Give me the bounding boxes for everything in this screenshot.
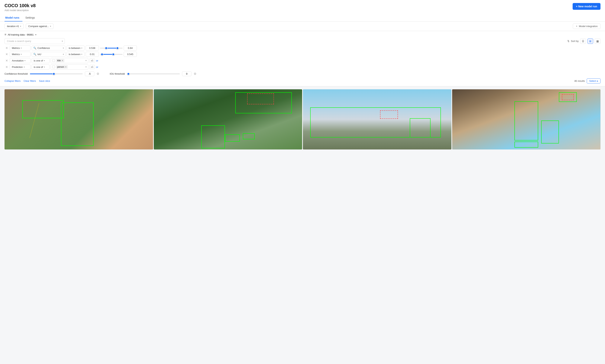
- compare-selector[interactable]: Compare against... ▾: [26, 24, 54, 29]
- filter-category-confidence[interactable]: Metrics ▾: [10, 46, 30, 51]
- search-wrap: ▾: [4, 38, 65, 44]
- image-placeholder-1: [4, 89, 153, 149]
- bbox-kite-1: [22, 100, 64, 118]
- iteration-selector[interactable]: iteration #1 ▾: [4, 24, 24, 29]
- filter-category-annotation[interactable]: Annotation ▾: [10, 58, 30, 63]
- or-link-annotation[interactable]: or: [96, 59, 98, 62]
- chevron-down-icon: ▾: [85, 66, 87, 68]
- image-grid: [0, 86, 605, 153]
- image-card-4[interactable]: [452, 89, 601, 149]
- bottom-filter-row: Collapse filters Clear filters Save slic…: [4, 77, 601, 84]
- view-grid-button[interactable]: ⊞: [588, 39, 593, 44]
- bbox-small2-2: [243, 133, 255, 139]
- page-subtitle: Add model description: [4, 9, 36, 12]
- threshold-row: Confidence threshold ⚙ IOU threshold ⚙: [4, 71, 601, 76]
- image-card-1[interactable]: [4, 89, 153, 149]
- chevron-down-icon: ▾: [50, 25, 51, 27]
- confidence-threshold-fill: [30, 74, 54, 74]
- results-row: 46 results Select a: [574, 78, 601, 83]
- iou-low-value[interactable]: [86, 52, 99, 57]
- bbox-kite-detail-2: [247, 93, 274, 104]
- hamburger-icon[interactable]: ≡: [4, 33, 6, 36]
- image-placeholder-4: [452, 89, 601, 149]
- bbox-kite-2: [235, 92, 292, 113]
- filter-remove-prediction[interactable]: ✕: [4, 65, 9, 69]
- kite-tag-remove[interactable]: ✕: [62, 59, 63, 62]
- filter-links: Collapse filters Clear filters Save slic…: [4, 79, 50, 82]
- gear-icon[interactable]: ⚙: [194, 72, 196, 76]
- new-model-button[interactable]: + New model run: [573, 3, 601, 10]
- bbox-kite-4: [559, 92, 577, 102]
- top-bar: COCO 100k v8 Add model description + New…: [0, 0, 605, 22]
- kite-string-1: [29, 103, 39, 138]
- checkbox-icon: [52, 59, 55, 62]
- confidence-high-value[interactable]: [124, 46, 137, 51]
- gear-icon[interactable]: ⚙: [96, 72, 99, 76]
- filter-remove-confidence[interactable]: ✕: [4, 46, 9, 50]
- filter-remove-annotation[interactable]: ✕: [4, 58, 9, 63]
- bbox-person-4: [514, 101, 538, 141]
- person-tag-remove[interactable]: ✕: [65, 66, 67, 68]
- filter-section: ≡ All training data - 96881 ▾ ▾ ⇅ Sort b…: [0, 31, 605, 86]
- bbox-kite-detail-4: [562, 94, 574, 100]
- tab-model-runs[interactable]: Model runs: [4, 15, 22, 21]
- chevron-down-icon: ▾: [21, 47, 22, 49]
- controls-bar: iteration #1 ▾ Compare against... ▾ ✦ Mo…: [0, 22, 605, 31]
- confidence-range-thumb-high[interactable]: [116, 47, 119, 50]
- save-slice-link[interactable]: Save slice: [39, 79, 50, 82]
- prediction-tag-input[interactable]: person ✕ ▾: [51, 64, 88, 70]
- select-all-button[interactable]: Select a: [587, 78, 601, 83]
- filter-condition-prediction[interactable]: is one of ▾: [32, 65, 50, 70]
- bbox-child-4: [541, 120, 559, 143]
- clear-filters-link[interactable]: Clear filters: [24, 79, 36, 82]
- view-list-button[interactable]: ☰: [580, 39, 586, 44]
- checkbox-icon: [52, 66, 55, 68]
- collapse-filters-link[interactable]: Collapse filters: [4, 79, 21, 82]
- search-sort-row: ▾ ⇅ Sort by ☰ ⊞ ▦: [4, 38, 601, 44]
- bbox-group-3: [310, 107, 441, 137]
- confidence-range-thumb-low[interactable]: [105, 47, 108, 50]
- sort-label: ⇅ Sort by: [567, 40, 579, 42]
- view-chart-button[interactable]: ▦: [595, 39, 601, 44]
- iou-high-value[interactable]: [124, 52, 137, 57]
- header: COCO 100k v8 Add model description + New…: [4, 3, 601, 14]
- tab-bar: Model runs Settings: [4, 15, 601, 21]
- sort-icon: ⇅: [567, 40, 569, 42]
- dataset-label: All training data - 96881: [8, 33, 33, 36]
- filter-condition-iou[interactable]: is between ▾: [67, 52, 84, 57]
- bbox-reflection-4: [514, 142, 538, 148]
- star-icon: ✦: [576, 25, 578, 28]
- chevron-down-icon[interactable]: ▾: [35, 33, 37, 36]
- chevron-down-icon: ▾: [81, 53, 82, 55]
- filter-category-prediction[interactable]: Prediction ▾: [10, 65, 30, 70]
- annotation-tag-input[interactable]: kite ✕ ▾: [51, 58, 88, 63]
- filter-condition-annotation[interactable]: is one of ▾: [32, 58, 50, 63]
- image-card-3[interactable]: [303, 89, 451, 149]
- confidence-search-field[interactable]: 🔍 Confidence ▾: [32, 46, 66, 50]
- image-placeholder-2: [154, 89, 302, 149]
- bbox-kite-3: [380, 110, 398, 119]
- results-count: 46 results: [574, 79, 585, 82]
- iou-search-field[interactable]: 🔍 IoU ▾: [32, 52, 66, 57]
- iou-threshold-thumb[interactable]: [127, 73, 130, 75]
- filter-remove-iou[interactable]: ✕: [4, 52, 9, 56]
- image-card-2[interactable]: [154, 89, 302, 149]
- confidence-threshold-thumb[interactable]: [53, 73, 55, 75]
- dataset-row: ≡ All training data - 96881 ▾: [4, 33, 601, 36]
- chevron-down-icon: ▾: [81, 47, 82, 49]
- tab-settings[interactable]: Settings: [25, 15, 38, 21]
- confidence-threshold-value[interactable]: [85, 71, 94, 76]
- or-link-prediction[interactable]: or: [96, 66, 98, 68]
- iou-threshold-value[interactable]: [182, 71, 192, 76]
- search-input[interactable]: [4, 38, 65, 44]
- chevron-down-icon: ▾: [44, 60, 45, 62]
- iou-range-thumb-low[interactable]: [101, 53, 103, 56]
- iou-range-thumb-high[interactable]: [112, 53, 115, 56]
- model-integration-button[interactable]: ✦ Model integration: [573, 24, 601, 29]
- chevron-down-icon: ▾: [63, 53, 64, 55]
- person-tag: person ✕: [56, 65, 68, 69]
- filter-category-iou[interactable]: Metrics ▾: [10, 52, 30, 57]
- filter-condition-confidence[interactable]: is between ▾: [67, 46, 84, 51]
- search-icon: 🔍: [33, 47, 36, 50]
- confidence-low-value[interactable]: [86, 46, 99, 51]
